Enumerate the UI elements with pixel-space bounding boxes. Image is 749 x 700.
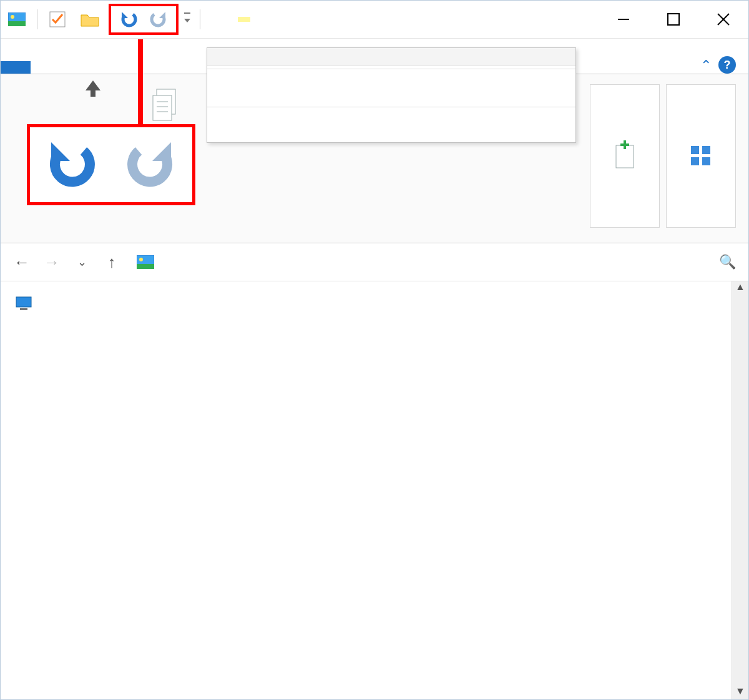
svg-rect-4 <box>184 12 190 14</box>
new-folder-icon[interactable] <box>77 7 102 32</box>
address-bar-icon[interactable] <box>130 247 160 277</box>
ribbon-group-stub[interactable] <box>590 84 660 228</box>
svg-rect-10 <box>153 95 172 120</box>
tree-root-pc[interactable] <box>4 290 235 316</box>
svg-rect-18 <box>702 157 710 165</box>
file-view[interactable]: ▲ ▼ <box>239 281 748 700</box>
history-dropdown[interactable]: ⌄ <box>67 247 97 277</box>
highlight-connector <box>138 39 143 128</box>
undo-button[interactable] <box>116 7 141 32</box>
window-controls <box>599 1 748 38</box>
redo-button[interactable] <box>146 7 171 32</box>
svg-rect-23 <box>20 308 27 310</box>
explorer-window: ⌃ ? <box>0 0 749 700</box>
collapse-ribbon-icon[interactable]: ⌃ <box>693 57 718 74</box>
pin-icon[interactable] <box>82 79 104 108</box>
search-box[interactable]: 🔍 <box>712 254 742 270</box>
forward-button[interactable]: → <box>37 247 67 277</box>
title-badge <box>238 17 250 22</box>
menu-separator <box>207 107 575 107</box>
ribbon-right-groups <box>584 84 736 228</box>
new-item-icon <box>612 125 637 187</box>
up-button[interactable]: ↑ <box>97 247 127 277</box>
help-icon[interactable]: ? <box>718 56 736 74</box>
navigation-tree[interactable] <box>1 281 239 700</box>
search-icon: 🔍 <box>719 254 736 270</box>
svg-rect-6 <box>668 14 679 25</box>
explorer-app-icon[interactable] <box>4 7 29 32</box>
qat-customize-menu <box>207 47 576 143</box>
scroll-down-icon[interactable]: ▼ <box>735 686 745 700</box>
title-bar <box>1 1 748 39</box>
navigation-bar: ← → ⌄ ↑ 🔍 <box>1 243 748 281</box>
tab-file[interactable] <box>1 61 31 74</box>
svg-rect-17 <box>691 157 699 165</box>
properties-checklist-icon[interactable] <box>45 7 70 32</box>
menu-separator <box>207 69 575 69</box>
scroll-up-icon[interactable]: ▲ <box>735 281 745 298</box>
qat-menu-header <box>207 48 575 66</box>
qat-divider <box>37 9 37 29</box>
undo-redo-callout <box>27 124 195 205</box>
qat-dropdown[interactable] <box>181 7 193 32</box>
minimize-button[interactable] <box>599 1 649 38</box>
menu-show-below-ribbon[interactable] <box>207 72 575 104</box>
title-divider <box>200 9 200 29</box>
redo-icon-large <box>124 139 180 191</box>
copy-icon[interactable] <box>150 88 180 123</box>
close-button[interactable] <box>698 1 748 38</box>
ribbon-group-select[interactable] <box>666 84 736 228</box>
svg-point-21 <box>139 258 143 261</box>
svg-rect-22 <box>16 297 31 307</box>
svg-rect-16 <box>702 146 710 154</box>
back-button[interactable]: ← <box>7 247 37 277</box>
undo-icon-large <box>42 139 99 191</box>
svg-rect-15 <box>691 146 699 154</box>
quick-access-toolbar <box>1 1 193 38</box>
pc-icon <box>14 294 33 313</box>
svg-rect-1 <box>8 21 26 26</box>
vertical-scrollbar[interactable]: ▲ ▼ <box>732 281 748 700</box>
maximize-button[interactable] <box>649 1 698 38</box>
svg-point-2 <box>11 15 14 19</box>
svg-rect-20 <box>137 264 154 269</box>
undo-redo-highlight <box>109 4 179 35</box>
menu-minimize-ribbon[interactable] <box>207 110 575 142</box>
tab-home[interactable] <box>31 61 61 74</box>
select-all-icon <box>688 125 713 187</box>
content-body: ▲ ▼ <box>1 281 748 700</box>
